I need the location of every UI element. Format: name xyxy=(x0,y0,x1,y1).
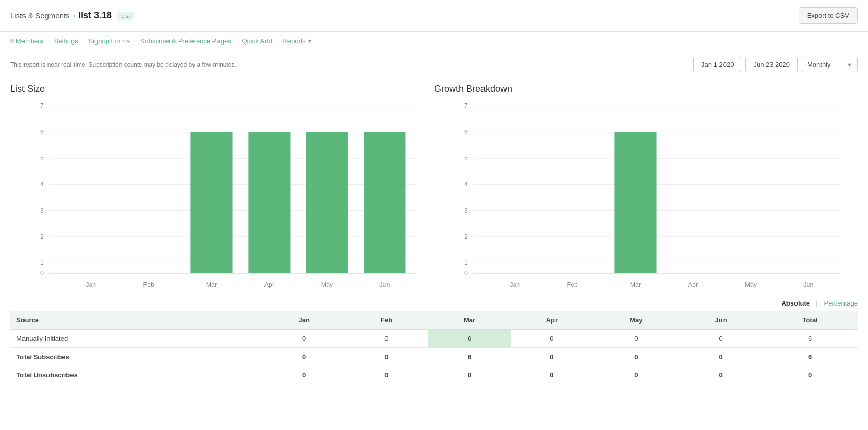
cell-may: 0 xyxy=(593,366,680,385)
svg-text:2: 2 xyxy=(40,233,44,240)
svg-text:6: 6 xyxy=(40,129,44,136)
absolute-view[interactable]: Absolute xyxy=(781,299,810,307)
cell-may: 0 xyxy=(593,330,680,348)
svg-rect-23 xyxy=(248,132,290,273)
svg-text:1: 1 xyxy=(40,259,44,266)
cell-feb: 0 xyxy=(345,366,428,385)
growth-chart-area: 7 6 5 4 3 2 1 0 Jan Feb Mar Apr May Jun xyxy=(434,100,858,294)
cell-total: 6 xyxy=(762,330,858,348)
svg-text:4: 4 xyxy=(464,181,468,188)
breadcrumb: Lists & Segments › list 3.18 List xyxy=(10,10,134,21)
col-source: Source xyxy=(10,311,263,330)
export-csv-button[interactable]: Export to CSV xyxy=(799,7,858,24)
svg-text:Feb: Feb xyxy=(143,281,154,288)
table-row: Manually Initiated 0 0 6 0 0 0 6 xyxy=(10,330,858,348)
col-total: Total xyxy=(762,311,858,330)
svg-text:Apr: Apr xyxy=(688,281,698,288)
nav-reports[interactable]: Reports ▼ xyxy=(282,37,312,45)
svg-text:1: 1 xyxy=(464,259,468,266)
svg-text:Jan: Jan xyxy=(510,281,520,288)
report-note: This report is near real-time. Subscript… xyxy=(10,61,236,68)
cell-jun: 0 xyxy=(680,348,763,366)
cell-feb: 0 xyxy=(345,348,428,366)
end-date-button[interactable]: Jun 23 2020 xyxy=(745,57,798,72)
cell-apr: 0 xyxy=(511,348,593,366)
svg-text:2: 2 xyxy=(464,233,468,240)
growth-table: Source Jan Feb Mar Apr May Jun Total Man… xyxy=(10,311,858,384)
svg-text:May: May xyxy=(745,281,757,288)
breadcrumb-arrow: › xyxy=(73,12,75,19)
svg-text:Jun: Jun xyxy=(379,281,390,288)
svg-text:May: May xyxy=(321,281,333,288)
nav-signup-forms[interactable]: Signup Forms xyxy=(88,37,130,45)
svg-text:7: 7 xyxy=(464,102,468,109)
period-label: Monthly xyxy=(807,61,831,68)
list-badge: List xyxy=(117,12,134,20)
nav-subscribe-pages[interactable]: Subscribe & Preference Pages xyxy=(140,37,231,45)
table-row: Total Unsubscribes 0 0 0 0 0 0 0 xyxy=(10,366,858,385)
row-source: Manually Initiated xyxy=(10,330,263,348)
date-controls: Jan 1 2020 Jun 23 2020 Monthly ▼ xyxy=(693,57,858,72)
nav-settings[interactable]: Settings xyxy=(54,37,78,45)
col-may: May xyxy=(593,311,680,330)
nav-bar: 6 Members - Settings - Signup Forms - Su… xyxy=(0,32,868,50)
start-date-button[interactable]: Jan 1 2020 xyxy=(693,57,741,72)
svg-text:5: 5 xyxy=(40,155,44,162)
percentage-view[interactable]: Percentage xyxy=(824,299,858,307)
cell-jan: 0 xyxy=(263,348,345,366)
list-size-title: List Size xyxy=(10,84,434,94)
list-size-svg: 7 6 5 4 3 2 1 0 Jan Feb Mar Apr May Jun xyxy=(10,100,434,294)
svg-text:0: 0 xyxy=(464,270,468,277)
table-header-row: Source Jan Feb Mar Apr May Jun Total xyxy=(10,311,858,330)
svg-text:Mar: Mar xyxy=(206,281,217,288)
cell-jun: 0 xyxy=(680,330,763,348)
col-mar: Mar xyxy=(428,311,511,330)
growth-breakdown-title: Growth Breakdown xyxy=(434,84,858,94)
svg-text:Apr: Apr xyxy=(264,281,274,288)
svg-rect-48 xyxy=(614,132,656,273)
cell-mar: 6 xyxy=(428,348,511,366)
period-caret-icon: ▼ xyxy=(847,62,852,68)
breadcrumb-parent[interactable]: Lists & Segments xyxy=(10,11,70,20)
svg-rect-22 xyxy=(190,132,232,273)
list-size-chart: List Size 7 6 5 4 3 2 1 0 xyxy=(10,84,434,294)
svg-text:3: 3 xyxy=(40,207,44,214)
svg-text:6: 6 xyxy=(464,129,468,136)
growth-breakdown-chart: Growth Breakdown 7 6 5 4 3 2 1 0 xyxy=(434,84,858,294)
cell-feb: 0 xyxy=(345,330,428,348)
cell-total: 0 xyxy=(762,366,858,385)
svg-text:Jun: Jun xyxy=(803,281,813,288)
breadcrumb-current: list 3.18 xyxy=(78,10,112,21)
svg-text:5: 5 xyxy=(464,155,468,162)
row-source: Total Unsubscribes xyxy=(10,366,263,385)
table-row: Total Subscribes 0 0 6 0 0 0 6 xyxy=(10,348,858,366)
svg-text:Feb: Feb xyxy=(567,281,578,288)
charts-row: List Size 7 6 5 4 3 2 1 0 xyxy=(0,79,868,299)
reports-caret-icon: ▼ xyxy=(307,38,312,44)
svg-text:Mar: Mar xyxy=(630,281,641,288)
svg-text:Jan: Jan xyxy=(86,281,96,288)
period-select[interactable]: Monthly ▼ xyxy=(802,57,858,72)
col-jan: Jan xyxy=(263,311,345,330)
cell-apr: 0 xyxy=(511,366,593,385)
row-source: Total Subscribes xyxy=(10,348,263,366)
col-apr: Apr xyxy=(511,311,593,330)
svg-text:3: 3 xyxy=(464,207,468,214)
cell-jan: 0 xyxy=(263,330,345,348)
col-jun: Jun xyxy=(680,311,763,330)
table-view-toggle: Absolute | Percentage xyxy=(10,299,858,307)
nav-members[interactable]: 6 Members xyxy=(10,37,43,45)
table-section: Absolute | Percentage Source Jan Feb Mar… xyxy=(0,299,868,394)
cell-jan: 0 xyxy=(263,366,345,385)
nav-quick-add[interactable]: Quick Add xyxy=(242,37,272,45)
svg-text:4: 4 xyxy=(40,181,44,188)
cell-jun: 0 xyxy=(680,366,763,385)
cell-mar: 0 xyxy=(428,366,511,385)
svg-text:0: 0 xyxy=(40,270,44,277)
svg-rect-24 xyxy=(306,132,348,273)
cell-mar: 6 xyxy=(428,330,511,348)
growth-svg: 7 6 5 4 3 2 1 0 Jan Feb Mar Apr May Jun xyxy=(434,100,858,294)
col-feb: Feb xyxy=(345,311,428,330)
report-header: This report is near real-time. Subscript… xyxy=(0,50,868,79)
svg-text:7: 7 xyxy=(40,102,44,109)
